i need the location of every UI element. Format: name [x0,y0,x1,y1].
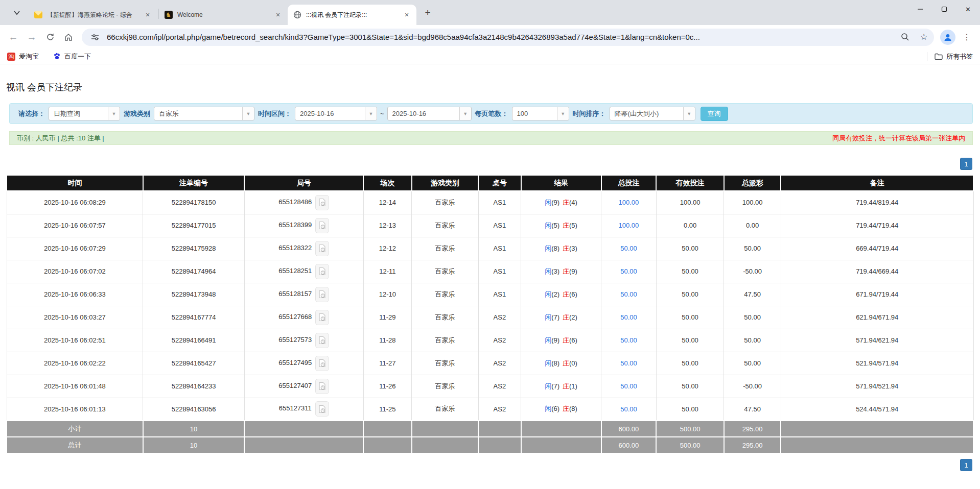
mail-favicon-icon [34,11,42,19]
video-replay-button[interactable] [315,195,329,210]
cell-session: 12-11 [363,260,412,283]
chevron-down-icon: ▼ [683,107,695,120]
tab-forum[interactable]: 【新提醒】海燕策略论坛 - 综合 ✕ [29,5,157,25]
new-tab-button[interactable]: + [421,6,435,20]
video-replay-button[interactable] [315,287,329,302]
total-bet-link[interactable]: 50.00 [620,359,637,367]
date-from-select[interactable]: 2025-10-16 ▼ [295,107,377,120]
video-replay-button[interactable] [315,218,329,233]
back-button[interactable]: ← [4,28,22,46]
search-button[interactable]: 查询 [701,107,728,121]
cell-table-no: AS1 [478,283,521,306]
result-banker-score: (3) [569,244,577,252]
cell-bet-id: 522894178150 [143,191,245,214]
table-row: 2025-10-16 06:08:29522894178150655128486… [7,191,973,214]
round-id-text: 655127407 [278,382,312,389]
cell-remark: 669.44/719.44 [781,237,973,260]
result-banker: 庄 [563,313,569,321]
table-row: 2025-10-16 06:02:22522894165427655127495… [7,352,973,375]
result-banker-score: (0) [569,359,577,367]
cell-payout: 50.00 [724,329,781,352]
cell-result: 闲(7)庄(1) [521,375,601,398]
folder-icon [935,53,943,60]
query-type-value: 日期查询 [49,109,108,118]
cell-game-type: 百家乐 [412,214,479,237]
cell-game-type: 百家乐 [412,260,479,283]
sort-select[interactable]: 降幂(由大到小) ▼ [610,107,695,120]
total-bet-link[interactable]: 50.00 [620,313,637,321]
column-header: 时间 [7,175,143,191]
video-replay-button[interactable] [315,333,329,348]
column-header: 局号 [244,175,363,191]
total-bet-link[interactable]: 50.00 [620,382,637,390]
cell-table-no: AS2 [478,398,521,421]
maximize-button[interactable] [932,0,956,18]
cell-session: 11-25 [363,398,412,421]
close-tab-icon[interactable]: ✕ [402,10,411,19]
bookmark-star-icon[interactable]: ☆ [917,30,931,44]
footer-cell: 小计 [7,421,143,437]
forward-button[interactable]: → [22,28,41,46]
footer-cell: 600.00 [601,421,657,437]
tab-welcome[interactable]: ♞ Welcome ✕ [159,5,288,25]
date-to-select[interactable]: 2025-10-16 ▼ [387,107,472,120]
close-tab-icon[interactable]: ✕ [273,10,283,19]
browser-menu-button[interactable]: ⋮ [958,28,976,46]
chevron-down-icon [13,9,20,16]
home-button[interactable] [59,28,78,46]
total-bet-link[interactable]: 100.00 [619,222,639,229]
round-id-text: 655128251 [278,267,312,275]
bookmark-label: 爱淘宝 [19,52,39,61]
video-replay-button[interactable] [315,241,329,256]
url-text[interactable]: 66cxkj98.com/ipl/portal.php/game/betreco… [107,33,893,41]
summary-bar: 币别 : 人民币 | 总共 :10 注单 | 同局有效投注，统一计算在该局第一张… [9,131,973,145]
page-1-button[interactable]: 1 [960,459,972,471]
total-bet-link[interactable]: 50.00 [620,336,637,344]
minimize-button[interactable] [908,0,932,18]
total-bet-link[interactable]: 50.00 [620,244,637,252]
total-bet-link[interactable]: 50.00 [620,405,637,413]
bookmark-taobao[interactable]: 淘 爱淘宝 [7,52,39,61]
video-replay-button[interactable] [315,401,329,417]
address-bar[interactable]: 66cxkj98.com/ipl/portal.php/game/betreco… [82,29,934,46]
query-type-select[interactable]: 日期查询 ▼ [49,107,120,120]
result-player-score: (3) [551,267,559,275]
total-bet-link[interactable]: 50.00 [620,290,637,298]
cell-payout: 50.00 [724,306,781,329]
total-bet-link[interactable]: 50.00 [620,267,637,275]
per-page-select[interactable]: 100 ▼ [512,107,569,120]
all-bookmarks-button[interactable]: 所有书签 [927,52,973,61]
profile-avatar[interactable] [940,30,955,45]
video-replay-button[interactable] [315,356,329,371]
close-tab-icon[interactable]: ✕ [143,10,152,19]
zoom-icon[interactable] [898,30,912,44]
result-banker-score: (2) [569,313,577,321]
video-replay-button[interactable] [315,379,329,394]
result-player-score: (7) [551,313,559,321]
chevron-down-icon: ▼ [459,107,471,120]
cell-bet-id: 522894177015 [143,214,245,237]
result-banker-score: (6) [569,336,577,344]
table-row: 2025-10-16 06:03:27522894167774655127668… [7,306,973,329]
chevron-down-icon: ▼ [365,107,377,120]
cell-result: 闲(8)庄(0) [521,352,601,375]
video-replay-button[interactable] [315,264,329,279]
game-type-select[interactable]: 百家乐 ▼ [154,107,254,120]
cell-round-id: 655127573 [244,329,363,352]
cell-result: 闲(9)庄(4) [521,191,601,214]
total-bet-link[interactable]: 100.00 [619,199,639,206]
cell-bet-id: 522894174964 [143,260,245,283]
tab-separator [158,9,158,19]
tab-search-button[interactable] [8,4,26,21]
video-replay-button[interactable] [315,310,329,325]
tab-bet-records[interactable]: :::视讯 会员下注纪录::: ✕ [288,5,416,25]
taobao-icon: 淘 [7,53,15,61]
cell-total-bet: 50.00 [601,306,657,329]
page-1-button[interactable]: 1 [960,158,972,170]
close-window-button[interactable]: ✕ [956,0,980,18]
cell-valid-bet: 100.00 [656,191,724,214]
reload-button[interactable] [41,28,59,46]
cell-result: 闲(8)庄(3) [521,237,601,260]
site-settings-icon[interactable] [88,30,102,44]
bookmark-baidu[interactable]: 百度一下 [53,52,91,61]
